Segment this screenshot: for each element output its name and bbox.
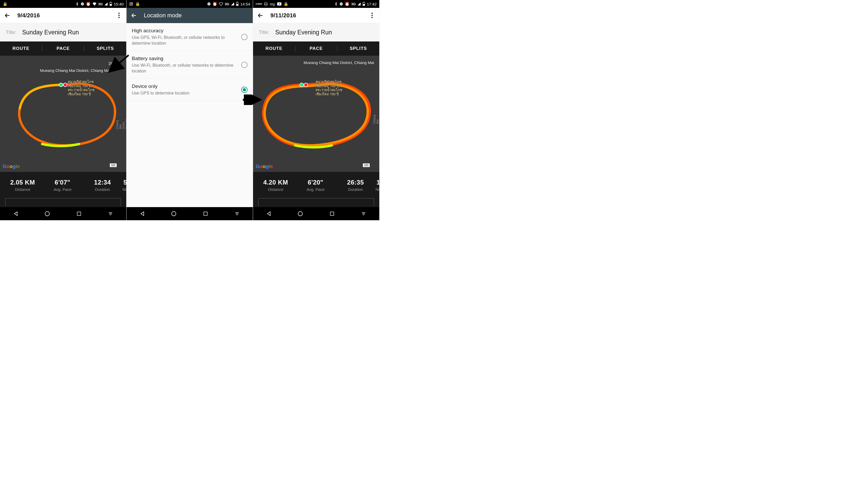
toolbar: 9/4/2016 [0,8,126,23]
road-label: Chiang Mai Outer Ring Rd [115,119,126,129]
nav-drawer[interactable] [107,210,114,217]
svg-rect-16 [236,4,238,5]
stat-duration: 26:35 Duration [336,179,375,192]
radio-device-only[interactable] [241,87,248,93]
stat-nikefuel: 1 Nik [375,179,379,192]
option-battery-saving[interactable]: Battery saving Use Wi-Fi, Bluetooth, or … [127,51,253,79]
back-button[interactable] [131,12,137,19]
android-navbar [127,207,253,220]
battery-icon [236,2,239,6]
signal-icon [357,2,361,6]
stat-nikefuel: 5 Nik [122,179,126,192]
tab-route[interactable]: ROUTE [0,46,42,51]
highway-badge: 121 [363,163,370,167]
radio-high-accuracy[interactable] [241,34,248,40]
bluetooth-icon [75,2,79,6]
route-map[interactable]: 29° ⛅ Mueang Chiang Mai District, Chiang… [0,56,126,172]
title-value: Sunday Evening Run [22,29,79,36]
location-mode-list: High accuracy Use GPS, Wi-Fi, Bluetooth,… [127,23,253,207]
stat-pace: 6'07" Avg. Pace [42,179,83,192]
stats-row: 4.20 KM Distance 6'20" Avg. Pace 26:35 D… [253,172,379,198]
nav-drawer[interactable] [233,210,241,217]
nav-recent[interactable] [328,210,336,217]
svg-rect-18 [204,212,207,215]
nav-recent[interactable] [202,210,209,217]
back-button[interactable] [4,12,11,19]
toolbar: 9/11/2016 [253,8,379,23]
option-device-only[interactable]: Device only Use GPS to determine locatio… [127,79,253,101]
stat-distance: 2.05 KM Distance [3,179,42,192]
network-label: 3G [225,2,229,6]
lock-icon: 🔒 [3,2,7,6]
status-bar: CSR2 my 🔒 ⏰ 3G 17:42 [253,0,379,8]
tab-pace[interactable]: PACE [42,46,84,51]
radio-battery-saving[interactable] [241,62,248,68]
clock-label: 17:42 [367,2,377,6]
tab-bar: ROUTE PACE SPLITS [0,41,126,56]
stats-row: 2.05 KM Distance 6'07" Avg. Pace 12:34 D… [0,172,126,198]
svg-rect-24 [363,2,364,2]
status-bar: 🔒 ⏰ 3G 15:40 [0,0,126,8]
nav-back[interactable] [265,210,272,217]
alarm-icon: ⏰ [212,2,217,6]
network-label: 3G [351,2,356,6]
tab-bar: ROUTE PACE SPLITS [253,41,379,56]
svg-point-6 [64,83,67,87]
svg-rect-3 [110,2,111,2]
svg-point-28 [298,212,303,216]
action-button[interactable] [5,198,121,206]
alarm-icon: ⏰ [345,2,350,6]
option-high-accuracy[interactable]: High accuracy Use GPS, Wi-Fi, Bluetooth,… [127,23,253,51]
road-label: Chiang Mai Outer Ring Rd [373,115,379,124]
nav-home[interactable] [170,210,178,217]
tab-pace[interactable]: PACE [295,46,337,51]
stat-distance: 4.20 KM Distance [256,179,295,192]
wifi-outline-icon [219,2,223,6]
dnd-icon [339,2,343,6]
nav-home[interactable] [43,210,51,217]
signal-icon [231,2,234,6]
clock-label: 14:54 [240,2,250,6]
svg-rect-8 [77,212,80,215]
svg-rect-29 [330,212,333,215]
bluetooth-icon [334,2,338,6]
overflow-menu-button[interactable] [369,12,375,19]
activity-title-row[interactable]: Title: Sunday Evening Run [253,23,379,41]
stat-duration: 12:34 Duration [83,179,122,192]
nav-home[interactable] [296,210,304,217]
csr2-icon: CSR2 [256,3,262,5]
nav-recent[interactable] [75,210,83,217]
action-row [253,198,379,207]
screen-run-1: 🔒 ⏰ 3G 15:40 9/4/2016 [0,0,127,220]
back-button[interactable] [257,12,264,19]
svg-point-7 [45,212,50,216]
wifi-icon [92,2,96,6]
tab-route[interactable]: ROUTE [253,46,295,51]
google-logo: Google [3,164,20,169]
overflow-menu-button[interactable] [116,12,122,19]
nav-drawer[interactable] [360,210,367,217]
page-title: 9/11/2016 [270,12,369,19]
nav-back[interactable] [139,210,146,217]
toolbar: Location mode [127,8,253,23]
action-button[interactable] [258,198,374,206]
svg-point-26 [300,83,304,87]
lock-icon: 🔒 [284,2,289,6]
svg-rect-22 [341,4,342,4]
google-logo: Google [256,164,273,169]
lock-icon: 🔒 [135,2,140,6]
svg-point-10 [130,3,132,5]
tab-splits[interactable]: SPLITS [84,46,126,51]
highway-badge: 121 [110,163,117,167]
activity-title-row[interactable]: Title: Sunday Evening Run [0,23,126,41]
status-bar: 🔒 ⏰ 3G 14:54 [127,0,253,8]
android-navbar [0,207,126,220]
map-poi: สนามกีฬาสมโภช เชียงใหม่ 700 ปี... สระว่า… [68,80,94,96]
route-path [0,56,126,172]
route-map[interactable]: Mueang Chiang Mai District, Chiang Mai ส… [253,56,379,172]
svg-rect-15 [237,2,238,2]
tab-splits[interactable]: SPLITS [337,46,379,51]
battery-icon [109,2,112,6]
nav-back[interactable] [12,210,19,217]
title-label: Title: [259,30,269,35]
